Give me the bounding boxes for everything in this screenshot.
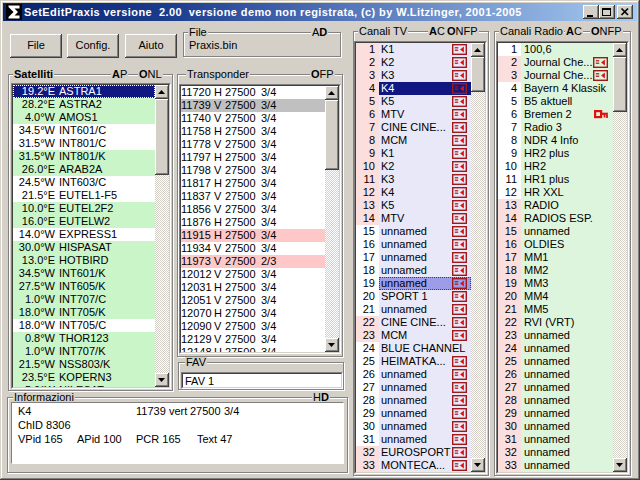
transponder-row[interactable]: 11837V275003/4	[181, 190, 325, 203]
tv-channel-row[interactable]: 31unnamed	[356, 433, 471, 446]
radio-channel-row[interactable]: 16OLDIES	[498, 238, 613, 251]
radio-channel-row[interactable]: 13RADIO	[498, 199, 613, 212]
config-button[interactable]: Config.	[67, 34, 119, 58]
satellite-row[interactable]: 24.5°WINT603/C	[13, 176, 155, 189]
radio-channel-row[interactable]: 24unnamed	[498, 342, 613, 355]
close-button[interactable]	[617, 5, 633, 19]
radio-channel-row[interactable]: 14RADIOS ESP.	[498, 212, 613, 225]
transponder-row[interactable]: 12012V275003/4	[181, 268, 325, 281]
satellite-row[interactable]: 31.5°WINT801/C	[13, 137, 155, 150]
satellite-row[interactable]: 19.2°EASTRA1	[13, 85, 155, 98]
tv-channel-row[interactable]: 29unnamed	[356, 407, 471, 420]
tv-channel-row[interactable]: 13K5	[356, 199, 471, 212]
radio-channel-row[interactable]: 17MM1	[498, 251, 613, 264]
satellite-row[interactable]: 14.0°WEXPRESS1	[13, 228, 155, 241]
satellite-row[interactable]: 18.0°WINT705/K	[13, 306, 155, 319]
scroll-thumb[interactable]	[155, 99, 169, 175]
tv-channel-row[interactable]: 17unnamed	[356, 251, 471, 264]
maximize-button[interactable]	[599, 5, 615, 19]
satellite-row[interactable]: 1.0°WINT707/C	[13, 293, 155, 306]
satellite-row[interactable]: 27.5°WINT605/K	[13, 280, 155, 293]
title-bar[interactable]: SetEditPraxis versione 2.00 versione dem…	[3, 3, 637, 21]
tv-channel-row[interactable]: 10K2	[356, 160, 471, 173]
tv-channel-row[interactable]: 18unnamed	[356, 264, 471, 277]
tv-channel-row[interactable]: 24BLUE CHANNEL	[356, 342, 471, 355]
tv-channel-row[interactable]: 30unnamed	[356, 420, 471, 433]
tv-channel-row[interactable]: 4K4	[356, 82, 471, 95]
satellite-row[interactable]: 4.0°WAMOS1	[13, 111, 155, 124]
radio-channel-row[interactable]: 26unnamed	[498, 368, 613, 381]
radio-channel-row[interactable]: 15unnamed	[498, 225, 613, 238]
radio-channel-row[interactable]: 32unnamed	[498, 446, 613, 459]
radio-channel-row[interactable]: 3Journal Che...	[498, 69, 613, 82]
tv-channel-row[interactable]: 28unnamed	[356, 394, 471, 407]
tv-channel-row[interactable]: 33MONTECA...	[356, 459, 471, 472]
radio-channel-row[interactable]: 2Journal Che...	[498, 56, 613, 69]
radio-channel-row[interactable]: 9HR2 plus	[498, 147, 613, 160]
satellite-row[interactable]: 16.0°EEUTELW2	[13, 215, 155, 228]
tv-channel-row[interactable]: 1K1	[356, 43, 471, 56]
help-button[interactable]: Aiuto	[125, 34, 177, 58]
satellites-flags-ap[interactable]: AP	[111, 69, 128, 81]
satellite-row[interactable]: 23.5°EKOPERN3	[13, 371, 155, 384]
scroll-thumb[interactable]	[613, 57, 627, 112]
tv-channel-row[interactable]: 19unnamed	[356, 277, 471, 290]
transponder-row[interactable]: 11778V275003/4	[181, 138, 325, 151]
satellite-row[interactable]: 1.0°WINT707/K	[13, 345, 155, 358]
satellite-row[interactable]: 34.5°WINT601/K	[13, 267, 155, 280]
transponder-row[interactable]: 12129V275003/4	[181, 333, 325, 346]
radio-channel-row[interactable]: 4Bayern 4 Klassik	[498, 82, 613, 95]
satellites-scrollbar[interactable]	[155, 85, 169, 387]
minimize-button[interactable]	[583, 5, 599, 19]
radio-channel-row[interactable]: 30unnamed	[498, 420, 613, 433]
radio-channel-row[interactable]: 5B5 aktuell	[498, 95, 613, 108]
radio-flags-ac[interactable]: AC	[565, 26, 583, 38]
radio-channel-row[interactable]: 21MM5	[498, 303, 613, 316]
scroll-thumb[interactable]	[471, 57, 485, 92]
scroll-up-button[interactable]	[471, 43, 485, 57]
satellite-row[interactable]: 31.5°WINT801/K	[13, 150, 155, 163]
radio-flags-onfp[interactable]: ONFP	[590, 26, 623, 38]
scroll-down-button[interactable]	[471, 458, 485, 472]
tv-channel-row[interactable]: 9K1	[356, 147, 471, 160]
radio-channel-row[interactable]: 31unnamed	[498, 433, 613, 446]
radio-scrollbar[interactable]	[613, 43, 627, 472]
radio-channel-row[interactable]: 33unnamed	[498, 459, 613, 472]
tv-channel-row[interactable]: 8MCM	[356, 134, 471, 147]
radio-channel-row[interactable]: 22RVI (VRT)	[498, 316, 613, 329]
tv-channel-row[interactable]: 21unnamed	[356, 303, 471, 316]
transponder-row[interactable]: 11758H275003/4	[181, 125, 325, 138]
tv-channel-row[interactable]: 22CINE CINE...	[356, 316, 471, 329]
radio-channel-row[interactable]: 29unnamed	[498, 407, 613, 420]
tv-channel-row[interactable]: 20SPORT 1	[356, 290, 471, 303]
scroll-up-button[interactable]	[613, 43, 627, 57]
transponder-row[interactable]: 11739V275003/4	[181, 99, 325, 112]
satellite-row[interactable]: 0.8°WTHOR123	[13, 332, 155, 345]
tv-channel-row[interactable]: 5K5	[356, 95, 471, 108]
satellite-row[interactable]: 13.0°EHOTBIRD	[13, 254, 155, 267]
scroll-down-button[interactable]	[613, 458, 627, 472]
transponder-row[interactable]: 12148H275003/4	[181, 346, 325, 352]
tv-flags-ac[interactable]: AC	[428, 26, 446, 38]
radio-channel-row[interactable]: 23unnamed	[498, 329, 613, 342]
radio-channel-row[interactable]: 11HR1 plus	[498, 173, 613, 186]
transponder-flags-ofp[interactable]: OFP	[310, 69, 335, 81]
transponder-row[interactable]: 12090V275003/4	[181, 320, 325, 333]
transponder-row[interactable]: 11934V275003/4	[181, 242, 325, 255]
transponder-row[interactable]: 11720H275003/4	[181, 86, 325, 99]
tv-channel-row[interactable]: 14MTV	[356, 212, 471, 225]
radio-channel-row[interactable]: 1100,6	[498, 43, 613, 56]
tv-channel-row[interactable]: 15unnamed	[356, 225, 471, 238]
radio-channel-row[interactable]: 20MM4	[498, 290, 613, 303]
transponder-row[interactable]: 11856V275003/4	[181, 203, 325, 216]
fav-input[interactable]: FAV 1	[181, 372, 343, 389]
transponder-row[interactable]: 12031H275003/4	[181, 281, 325, 294]
satellite-row[interactable]: 28.2°EASTRA2	[13, 98, 155, 111]
satellite-row[interactable]: 5.0°WNILESAT	[13, 384, 155, 387]
satellite-row[interactable]: 30.0°WHISPASAT	[13, 241, 155, 254]
radio-channel-row[interactable]: 19MM3	[498, 277, 613, 290]
transponder-row[interactable]: 11798V275003/4	[181, 164, 325, 177]
satellite-row[interactable]: 18.0°WINT705/C	[13, 319, 155, 332]
radio-channel-row[interactable]: 6Bremen 2	[498, 108, 613, 121]
tv-channel-row[interactable]: 27unnamed	[356, 381, 471, 394]
